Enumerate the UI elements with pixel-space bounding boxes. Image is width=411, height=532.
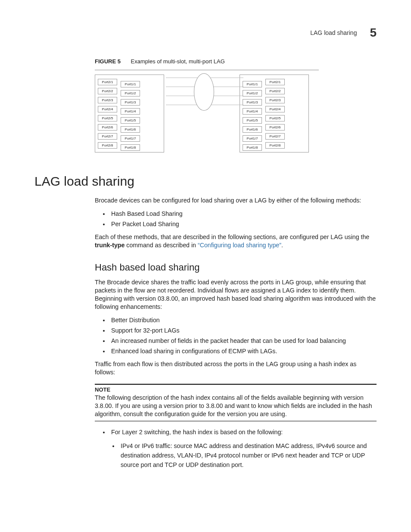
port-row: Port2/3Port1/3 xyxy=(98,97,161,103)
port-box: Port1/4 xyxy=(121,108,140,115)
port-box: Port1/6 xyxy=(243,126,262,133)
port-box: Port2/1 xyxy=(265,79,285,85)
note-label: NOTE xyxy=(95,386,377,393)
layer2-bullet-list: For Layer 2 switching, the hash index is… xyxy=(95,427,377,437)
port-box: Port2/6 xyxy=(265,124,285,131)
port-box: Port1/5 xyxy=(121,117,140,124)
layer2-intro-bullet: For Layer 2 switching, the hash index is… xyxy=(109,427,377,437)
running-header: LAG load sharing 5 xyxy=(310,26,377,40)
port-box: Port2/4 xyxy=(265,106,285,112)
port-box: Port1/5 xyxy=(243,117,262,124)
port-row: Port1/5Port2/5 xyxy=(243,115,306,121)
port-box: Port2/5 xyxy=(265,115,285,121)
port-box: Port2/7 xyxy=(265,133,285,140)
subsection-title: Hash based load sharing xyxy=(95,262,377,273)
enhancement-bullet: An increased number of fields in the pac… xyxy=(109,336,377,345)
layer2-detail-bullet: IPv4 or IPv6 traffic: source MAC address… xyxy=(119,441,377,470)
port-row: Port1/7Port2/7 xyxy=(243,133,306,140)
port-row: Port1/8Port2/8 xyxy=(243,142,306,149)
port-box: Port1/3 xyxy=(243,99,262,106)
right-switch: Port1/1Port2/1Port1/2Port2/2Port1/3Port2… xyxy=(240,75,309,152)
hash-traffic-paragraph: Traffic from each flow is then distribut… xyxy=(95,360,377,376)
hash-intro-paragraph: The Brocade device shares the traffic lo… xyxy=(95,278,377,311)
port-row: Port1/2Port2/2 xyxy=(243,88,306,94)
port-box: Port2/5 xyxy=(98,115,117,121)
port-box: Port1/1 xyxy=(243,81,262,87)
port-box: Port1/7 xyxy=(243,135,262,142)
port-box: Port1/8 xyxy=(121,144,140,151)
running-title: LAG load sharing xyxy=(310,29,357,36)
port-box: Port1/6 xyxy=(121,126,140,133)
left-switch: Port2/1Port1/1Port2/2Port1/2Port2/3Port1… xyxy=(95,75,164,152)
port-box: Port1/7 xyxy=(121,135,140,142)
port-row: Port2/7Port1/7 xyxy=(98,133,161,140)
enhancement-bullet-list: Better DistributionSupport for 32-port L… xyxy=(95,315,377,356)
method-bullet: Hash Based Load Sharing xyxy=(109,209,377,218)
port-box: Port2/8 xyxy=(265,142,285,149)
port-row: Port2/2Port1/2 xyxy=(98,88,161,94)
port-row: Port2/6Port1/6 xyxy=(98,124,161,131)
figure-caption-text: Examples of multi-slot, multi-port LAG xyxy=(131,58,225,65)
lag-bundle-icon xyxy=(194,73,214,111)
port-row: Port1/3Port2/3 xyxy=(243,97,306,103)
enhancement-bullet: Better Distribution xyxy=(109,315,377,325)
port-box: Port2/2 xyxy=(98,88,117,94)
port-box: Port1/2 xyxy=(243,90,262,96)
port-box: Port2/7 xyxy=(98,133,117,140)
figure-diagram: Port2/1Port1/1Port2/2Port1/2Port2/3Port1… xyxy=(95,70,377,152)
section-intro: Brocade devices can be configured for lo… xyxy=(95,196,377,205)
figure-caption: FIGURE 5 Examples of multi-slot, multi-p… xyxy=(95,58,377,65)
port-box: Port2/2 xyxy=(265,88,285,94)
trunk-type-command: trunk-type xyxy=(95,242,125,249)
port-box: Port2/3 xyxy=(98,97,117,103)
port-box: Port1/2 xyxy=(121,90,140,96)
port-box: Port1/3 xyxy=(121,99,140,106)
method-bullet-list: Hash Based Load SharingPer Packet Load S… xyxy=(95,209,377,229)
port-box: Port2/1 xyxy=(98,79,117,85)
method-bullet: Per Packet Load Sharing xyxy=(109,219,377,229)
port-box: Port1/4 xyxy=(243,108,262,115)
port-row: Port2/5Port1/5 xyxy=(98,115,161,121)
enhancement-bullet: Enhanced load sharing in configurations … xyxy=(109,346,377,356)
chapter-number: 5 xyxy=(370,26,377,40)
note-body: The following description of the hash in… xyxy=(95,394,377,419)
port-row: Port2/4Port1/4 xyxy=(98,106,161,112)
port-box: Port2/8 xyxy=(98,142,117,149)
figure-label: FIGURE 5 xyxy=(95,58,121,65)
port-row: Port1/6Port2/6 xyxy=(243,124,306,131)
port-box: Port1/1 xyxy=(121,81,140,87)
port-box: Port2/4 xyxy=(98,106,117,112)
layer2-detail-list: IPv4 or IPv6 traffic: source MAC address… xyxy=(95,441,377,470)
enhancement-bullet: Support for 32-port LAGs xyxy=(109,326,377,335)
port-box: Port1/8 xyxy=(243,144,262,151)
port-box: Port2/6 xyxy=(98,124,117,131)
port-row: Port2/8Port1/8 xyxy=(98,142,161,149)
configuring-load-sharing-type-link[interactable]: “Configuring load sharing type” xyxy=(198,242,281,249)
port-row: Port1/1Port2/1 xyxy=(243,79,306,85)
port-row: Port2/1Port1/1 xyxy=(98,79,161,85)
section-title: LAG load sharing xyxy=(34,174,377,189)
port-box: Port2/3 xyxy=(265,97,285,103)
trunk-type-paragraph: Each of these methods, that are describe… xyxy=(95,233,377,249)
port-row: Port1/4Port2/4 xyxy=(243,106,306,112)
